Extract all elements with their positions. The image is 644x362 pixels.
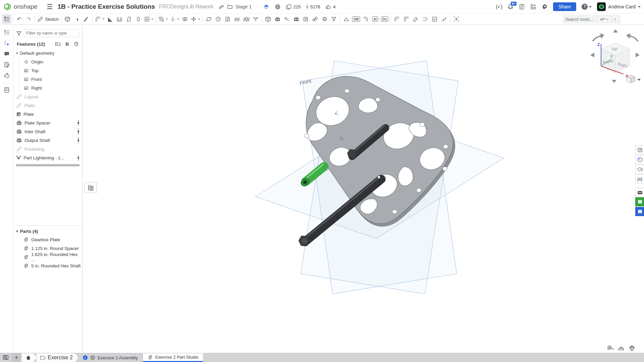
transform-button[interactable]	[190, 14, 201, 24]
feature-row[interactable]: Plate	[13, 110, 82, 118]
feature-status-dots-icon[interactable]	[77, 128, 80, 136]
part-row[interactable]: Gearbox Plate	[13, 235, 82, 244]
wire-button[interactable]	[420, 14, 430, 24]
part-row[interactable]: 5 in. Rounded Hex Shaft	[13, 261, 82, 270]
tasks-icon[interactable]	[519, 4, 525, 10]
learning-center-panel-tab[interactable]	[635, 197, 644, 206]
undo-button[interactable]: ↶	[14, 14, 24, 24]
fillet-button[interactable]	[94, 14, 105, 24]
draft-button[interactable]	[124, 14, 134, 24]
feature-row[interactable]: Pocketing	[13, 145, 82, 153]
linear-pattern-dropdown-icon[interactable]	[166, 18, 168, 20]
mirror-dropdown-icon[interactable]	[177, 18, 179, 20]
origin-align-button[interactable]	[452, 14, 461, 24]
sketch-button[interactable]: Sketch	[36, 14, 60, 24]
extrude-button[interactable]	[63, 14, 72, 24]
regeneration-time-icon[interactable]	[73, 41, 79, 47]
search-tools[interactable]: alt/⌥ c	[562, 15, 621, 23]
design-studio-button[interactable]: Ds	[380, 14, 389, 24]
tab-feature-button[interactable]	[430, 14, 439, 24]
gear-button[interactable]: ⚙	[320, 14, 329, 24]
feature-list-flyout-button[interactable]	[85, 182, 97, 193]
notes-panel-button[interactable]	[2, 60, 12, 69]
feature-row[interactable]: Inter Shaft	[13, 127, 82, 136]
feature-status-dots-icon[interactable]	[77, 120, 80, 127]
3d-viewport-canvas[interactable]: Front	[83, 25, 644, 353]
versions-icon[interactable]: {✓}	[496, 4, 502, 9]
notifications-bell-icon[interactable]: 9+	[507, 4, 513, 10]
main-menu-icon[interactable]: ☰	[47, 3, 53, 11]
add-folder-icon[interactable]	[55, 41, 61, 47]
view-options-button[interactable]	[627, 75, 641, 83]
comments-panel-button[interactable]	[2, 49, 12, 59]
corner-button[interactable]	[402, 14, 411, 24]
feature-row[interactable]: Front	[19, 75, 82, 84]
workspace-name[interactable]: Stage 1	[236, 4, 252, 9]
feature-row[interactable]: Layout	[13, 92, 82, 101]
user-menu-caret-icon[interactable]	[638, 6, 641, 8]
toggle-feature-list-button[interactable]	[2, 14, 11, 24]
gearbox-generator-button[interactable]	[292, 14, 301, 24]
import-button[interactable]	[223, 14, 232, 24]
document-title[interactable]: 1B - Practice Exercise Solutions	[57, 3, 155, 10]
hole-button[interactable]	[143, 14, 154, 24]
redo-button[interactable]: ↷	[24, 14, 33, 24]
routing-button[interactable]	[439, 14, 449, 24]
ai-assistant-icon[interactable]	[542, 4, 548, 10]
group-chevron-icon[interactable]: ▾	[16, 51, 18, 55]
tab-manager-icon[interactable]	[0, 353, 11, 362]
feature-filter-input[interactable]	[24, 29, 80, 37]
helix-button[interactable]	[213, 14, 223, 24]
history-panel-button[interactable]	[2, 71, 12, 80]
feature-row[interactable]: Part Lightening - 1...	[13, 153, 82, 162]
finish-button[interactable]	[411, 14, 420, 24]
feature-row[interactable]: Right	[19, 84, 82, 92]
part-row[interactable]: 1.625 in. Rounded Hex ...	[13, 253, 82, 261]
shell-button[interactable]	[115, 14, 124, 24]
protractor-icon[interactable]	[618, 345, 625, 351]
feature-status-dots-icon[interactable]	[77, 137, 80, 144]
user-name[interactable]: Andrew Card	[608, 4, 636, 9]
checklist-panel-button[interactable]	[2, 85, 12, 95]
feature-row[interactable]: Origin	[19, 57, 82, 66]
origin-marker[interactable]	[378, 176, 380, 178]
apps-icon[interactable]	[530, 4, 536, 10]
plane-button[interactable]	[204, 14, 213, 24]
sheet-metal-model-button[interactable]: SM	[351, 14, 361, 24]
feature-status-dots-icon[interactable]	[77, 155, 80, 162]
feature-group-row[interactable]: ▾Default geometry	[13, 49, 82, 57]
boolean-button[interactable]	[180, 14, 190, 24]
revolve-button[interactable]: ◑	[72, 14, 82, 24]
flange-button[interactable]	[392, 14, 402, 24]
filter-feature-button[interactable]	[329, 14, 339, 24]
onshape-logo[interactable]: onshape	[3, 3, 37, 11]
feature-row[interactable]: Plate	[13, 101, 82, 110]
home-tab[interactable]	[21, 353, 37, 362]
search-tools-input[interactable]	[565, 17, 596, 22]
featurescript-panel-tab[interactable]	[635, 188, 644, 197]
spline-button[interactable]	[282, 14, 292, 24]
tape-measure-icon[interactable]	[607, 345, 614, 351]
thumbs-up-icon[interactable]	[326, 4, 331, 10]
feature-list-panel-button[interactable]	[2, 28, 12, 37]
feature-row[interactable]: Top	[19, 66, 82, 75]
info-icon[interactable]: i	[83, 355, 88, 360]
ai-advisor-button[interactable]: Ai	[370, 14, 380, 24]
suppress-pause-icon[interactable]	[65, 42, 69, 47]
mass-properties-icon[interactable]	[629, 345, 635, 351]
documentation-panel-tab[interactable]	[635, 207, 644, 216]
belt-calculator-button[interactable]	[273, 14, 282, 24]
filter-icon[interactable]	[16, 31, 22, 36]
help-icon[interactable]: ?	[582, 4, 588, 10]
configuration-variables-panel-tab[interactable]: (x)	[635, 174, 644, 184]
sweep-button[interactable]	[82, 14, 91, 24]
part-row[interactable]: 1.125 in. Round Spacer	[13, 244, 82, 253]
lookup-button[interactable]: (Q)	[242, 14, 251, 24]
feature-row[interactable]: Plate Spacer	[13, 118, 82, 127]
configuration-panel-tab[interactable]	[635, 155, 644, 164]
3d-viewport[interactable]: Front	[83, 25, 644, 353]
add-tab-button[interactable]: +	[11, 353, 21, 362]
tab-exercise-2[interactable]: Exercise 2	[37, 353, 78, 362]
appearance-panel-tab[interactable]	[635, 145, 644, 154]
user-avatar[interactable]	[597, 2, 606, 11]
